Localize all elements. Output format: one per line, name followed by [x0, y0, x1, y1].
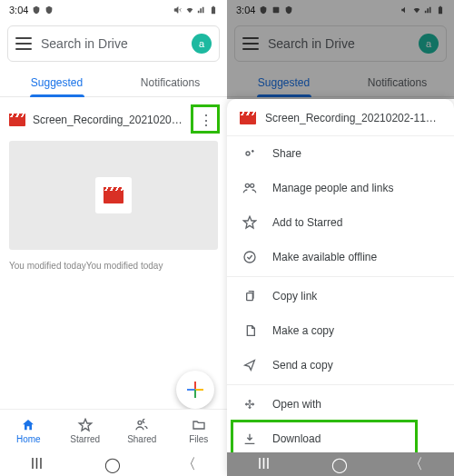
- send-icon: [242, 357, 258, 373]
- sheet-make-copy[interactable]: Make a copy: [227, 313, 454, 348]
- home-icon: [20, 418, 36, 432]
- svg-point-5: [244, 252, 255, 263]
- modified-text: You modified todayYou modified today: [0, 250, 227, 282]
- sheet-download[interactable]: Download: [227, 421, 454, 456]
- wifi-icon: [185, 5, 194, 15]
- svg-point-0: [138, 421, 142, 424]
- divider: [227, 384, 454, 385]
- screen-right: 3:04 Search in Drive a Suggested Notific…: [227, 0, 454, 476]
- svg-point-2: [246, 152, 250, 155]
- nav-files[interactable]: Files: [171, 410, 228, 452]
- svg-point-4: [251, 183, 254, 187]
- star-icon: [77, 418, 94, 432]
- status-bar: 3:04: [0, 0, 227, 20]
- tutorial-highlight: [191, 104, 220, 134]
- menu-icon[interactable]: [15, 37, 32, 50]
- nav-starred[interactable]: Starred: [57, 410, 114, 452]
- video-icon: [104, 187, 123, 203]
- search-bar[interactable]: Search in Drive a: [7, 25, 220, 62]
- back-button[interactable]: 〈: [409, 455, 423, 474]
- star-icon: [242, 214, 258, 231]
- sheet-copy-link[interactable]: Copy link: [227, 279, 454, 313]
- tab-notifications[interactable]: Notifications: [114, 67, 227, 96]
- people-icon: [133, 418, 150, 432]
- people-icon: [242, 180, 258, 196]
- nav-shared[interactable]: Shared: [114, 410, 171, 452]
- tab-suggested[interactable]: Suggested: [0, 67, 114, 96]
- signal-icon: [197, 5, 206, 15]
- sheet-send-copy[interactable]: Send a copy: [227, 348, 454, 382]
- bottom-sheet: Screen_Recording_20210202-115611_Fil... …: [227, 99, 454, 476]
- system-nav: III ◯ 〈: [227, 452, 454, 476]
- sheet-add-starred[interactable]: Add to Starred: [227, 205, 454, 240]
- video-file-icon: [240, 112, 256, 124]
- sheet-manage-people[interactable]: Manage people and links: [227, 171, 454, 205]
- back-button[interactable]: 〈: [182, 455, 196, 474]
- open-with-icon: [242, 396, 258, 412]
- modal-overlay[interactable]: [227, 0, 454, 99]
- home-button[interactable]: ◯: [331, 456, 348, 473]
- sheet-share[interactable]: Share: [227, 136, 454, 171]
- recents-button[interactable]: III: [31, 456, 43, 472]
- home-button[interactable]: ◯: [104, 456, 121, 473]
- sheet-offline[interactable]: Make available offline: [227, 240, 454, 274]
- share-icon: [242, 145, 258, 162]
- file-row[interactable]: Screen_Recording_20210202-11... ⋮: [0, 97, 227, 141]
- file-thumbnail[interactable]: [9, 141, 218, 250]
- status-time: 3:04: [9, 5, 28, 15]
- mute-icon: [173, 5, 183, 15]
- offline-icon: [242, 249, 258, 265]
- shield-icon: [44, 5, 54, 15]
- svg-point-3: [245, 183, 249, 187]
- screen-left: 3:04 Search in Drive a Suggested Notific…: [0, 0, 227, 476]
- video-file-icon: [9, 114, 25, 126]
- avatar[interactable]: a: [192, 34, 212, 54]
- sheet-file-name: Screen_Recording_20210202-115611_Fil...: [265, 112, 441, 124]
- file-name: Screen_Recording_20210202-11...: [33, 114, 187, 126]
- thumbnail-placeholder: [95, 177, 132, 213]
- search-placeholder: Search in Drive: [41, 36, 183, 51]
- folder-icon: [191, 418, 207, 432]
- system-nav: III ◯ 〈: [0, 452, 227, 476]
- tabs: Suggested Notifications: [0, 67, 227, 97]
- drive-status-icon: [32, 5, 41, 15]
- copy-icon: [242, 322, 258, 339]
- nav-home[interactable]: Home: [0, 410, 57, 452]
- bottom-nav: Home Starred Shared Files: [0, 409, 227, 452]
- sheet-open-with[interactable]: Open with: [227, 387, 454, 421]
- battery-icon: [209, 5, 218, 15]
- svg-rect-6: [247, 293, 253, 301]
- recents-button[interactable]: III: [258, 456, 270, 472]
- link-icon: [242, 288, 258, 304]
- new-button[interactable]: [176, 371, 214, 409]
- plus-icon: [187, 382, 203, 398]
- sheet-header: Screen_Recording_20210202-115611_Fil...: [227, 99, 454, 136]
- more-options-button[interactable]: ⋮: [194, 108, 218, 132]
- divider: [227, 276, 454, 277]
